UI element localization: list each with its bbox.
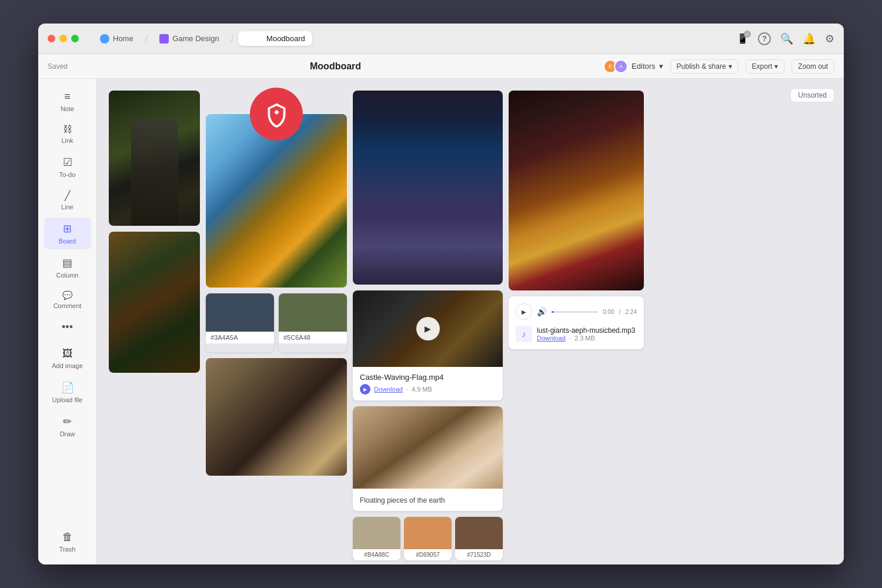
sidebar-item-column[interactable]: ▤ Column bbox=[44, 252, 91, 283]
tabs: Home / Game Design / Moodboard bbox=[93, 31, 312, 46]
sidebar-item-trash[interactable]: 🗑 Trash bbox=[44, 526, 91, 557]
export-chevron-icon: ▾ bbox=[774, 62, 778, 71]
warrior-card[interactable] bbox=[109, 91, 200, 226]
video-card[interactable]: ▶ Castle-Waving-Flag.mp4 ▶ Download · 4.… bbox=[353, 290, 503, 400]
earth-swatches: #B4A88C #D69057 #71523D bbox=[353, 517, 503, 560]
close-button[interactable] bbox=[48, 35, 55, 42]
column-4: ▶ 🔊 0:00 / 2:24 ♪ lust-gi bbox=[509, 91, 644, 560]
device-icon[interactable]: 📱0 bbox=[737, 33, 749, 44]
headdress-warrior-card[interactable] bbox=[509, 91, 644, 290]
volume-icon[interactable]: 🔊 bbox=[537, 307, 547, 316]
moodboard-grid: #3A4A5A #5C6A48 bbox=[109, 91, 832, 553]
audio-progress-bar[interactable] bbox=[552, 311, 598, 313]
home-tab-icon bbox=[100, 34, 109, 44]
music-file-icon: ♪ bbox=[516, 326, 532, 342]
maximize-button[interactable] bbox=[71, 35, 79, 42]
sidebar-item-line[interactable]: ╱ Line bbox=[44, 185, 91, 215]
board-label: Board bbox=[59, 238, 76, 245]
game-tab-icon bbox=[159, 34, 169, 44]
video-size: · bbox=[406, 386, 408, 393]
sidebar-item-add-image[interactable]: 🖼 Add image bbox=[44, 343, 91, 374]
editors-button[interactable]: E A Editors ▾ bbox=[603, 59, 663, 74]
export-label: Export bbox=[752, 62, 773, 71]
video-info: Castle-Waving-Flag.mp4 ▶ Download · 4.9 … bbox=[353, 367, 503, 400]
sidebar-item-todo[interactable]: ☑ To-do bbox=[44, 151, 91, 183]
titlebar: Home / Game Design / Moodboard 📱0 ? 🔍 🔔 … bbox=[38, 24, 844, 54]
traffic-lights bbox=[48, 35, 79, 42]
sidebar-item-draw[interactable]: ✏ Draw bbox=[44, 410, 91, 442]
column-1 bbox=[109, 91, 200, 560]
shield-badge bbox=[250, 88, 303, 141]
sidebar-item-note[interactable]: ≡ Note bbox=[44, 86, 91, 117]
rock-caption: Floating pieces of the earth bbox=[360, 496, 445, 505]
tab-game-design[interactable]: Game Design bbox=[152, 31, 226, 46]
tab-moodboard[interactable]: Moodboard bbox=[238, 31, 312, 46]
sidebar-item-link[interactable]: ⛓ Link bbox=[44, 119, 91, 149]
audio-download-link[interactable]: Download bbox=[537, 335, 566, 342]
comment-label: Comment bbox=[54, 302, 82, 309]
video-download-link[interactable]: Download bbox=[374, 386, 403, 393]
canvas[interactable]: Unsorted bbox=[97, 79, 844, 564]
link-icon: ⛓ bbox=[63, 124, 72, 135]
minimize-button[interactable] bbox=[59, 35, 67, 42]
sidebar-item-more[interactable]: ••• bbox=[44, 316, 91, 340]
swatch-card-blue: #3A4A5A bbox=[206, 293, 274, 352]
sidebar-item-upload[interactable]: 📄 Upload file bbox=[44, 376, 91, 408]
tab-game-label: Game Design bbox=[172, 34, 219, 43]
line-icon: ╱ bbox=[65, 190, 71, 201]
warrior-portrait-card[interactable] bbox=[353, 91, 503, 285]
draw-label: Draw bbox=[60, 430, 75, 437]
column-icon: ▤ bbox=[62, 256, 72, 269]
video-play-button[interactable]: ▶ bbox=[416, 317, 440, 340]
column-2: #3A4A5A #5C6A48 bbox=[206, 91, 347, 560]
audio-file-size: 2.3 MB bbox=[574, 335, 595, 342]
swatch-orange: #D69057 bbox=[404, 517, 452, 560]
titlebar-right: 📱0 ? 🔍 🔔 ⚙ bbox=[737, 32, 834, 45]
swatch-orange-label: #D69057 bbox=[404, 549, 452, 560]
line-label: Line bbox=[61, 203, 74, 211]
main-area: ≡ Note ⛓ Link ☑ To-do ╱ Line ⊞ Board ▤ C… bbox=[38, 79, 844, 564]
svg-rect-1 bbox=[275, 110, 278, 115]
tab-home[interactable]: Home bbox=[93, 31, 141, 46]
saved-label: Saved bbox=[48, 62, 68, 71]
todo-label: To-do bbox=[59, 171, 76, 178]
audio-title: lust-giants-aeph-musicbed.mp3 bbox=[537, 326, 635, 335]
column-label: Column bbox=[56, 272, 79, 279]
trash-icon: 🗑 bbox=[62, 531, 73, 543]
help-icon[interactable]: ? bbox=[758, 32, 771, 45]
avatar-2: A bbox=[614, 59, 628, 74]
audio-play-button[interactable]: ▶ bbox=[516, 303, 532, 320]
device-badge: 0 bbox=[744, 31, 751, 38]
upload-label: Upload file bbox=[52, 396, 83, 403]
helmet-card[interactable] bbox=[206, 358, 347, 476]
swatch-blue-label: #3A4A5A bbox=[206, 332, 274, 343]
toolbar: Saved Moodboard E A Editors ▾ Publish & … bbox=[38, 54, 844, 79]
zoom-out-button[interactable]: Zoom out bbox=[791, 59, 834, 74]
column-3: ▶ Castle-Waving-Flag.mp4 ▶ Download · 4.… bbox=[353, 91, 503, 560]
publish-label: Publish & share bbox=[677, 62, 726, 71]
add-image-icon: 🖼 bbox=[62, 348, 73, 360]
audio-info: ♪ lust-giants-aeph-musicbed.mp3 Download… bbox=[516, 326, 637, 342]
dragon-building-card[interactable] bbox=[109, 232, 200, 373]
tab-home-label: Home bbox=[113, 34, 133, 43]
sidebar-item-comment[interactable]: 💬 Comment bbox=[44, 286, 91, 314]
publish-button[interactable]: Publish & share ▾ bbox=[670, 59, 739, 74]
video-play-small-icon[interactable]: ▶ bbox=[360, 384, 370, 395]
toolbar-actions: E A Editors ▾ Publish & share ▾ Export ▾… bbox=[603, 59, 834, 74]
bell-icon[interactable]: 🔔 bbox=[803, 32, 816, 45]
note-icon: ≡ bbox=[64, 91, 71, 103]
tab-moodboard-label: Moodboard bbox=[266, 34, 305, 43]
audio-card: ▶ 🔊 0:00 / 2:24 ♪ lust-gi bbox=[509, 296, 644, 349]
unsorted-label: Unsorted bbox=[798, 91, 827, 99]
unsorted-badge: Unsorted bbox=[790, 88, 834, 102]
video-title: Castle-Waving-Flag.mp4 bbox=[360, 373, 496, 382]
swatch-brown: #71523D bbox=[455, 517, 503, 560]
settings-icon[interactable]: ⚙ bbox=[825, 32, 834, 45]
audio-download-row: Download · 2.3 MB bbox=[537, 335, 635, 342]
swatch-green-label: #5C6A48 bbox=[279, 332, 347, 343]
search-icon[interactable]: 🔍 bbox=[780, 32, 793, 45]
draw-icon: ✏ bbox=[63, 415, 72, 428]
sidebar-item-board[interactable]: ⊞ Board bbox=[44, 218, 91, 249]
export-button[interactable]: Export ▾ bbox=[746, 59, 785, 74]
audio-controls: ▶ 🔊 0:00 / 2:24 bbox=[516, 303, 637, 320]
